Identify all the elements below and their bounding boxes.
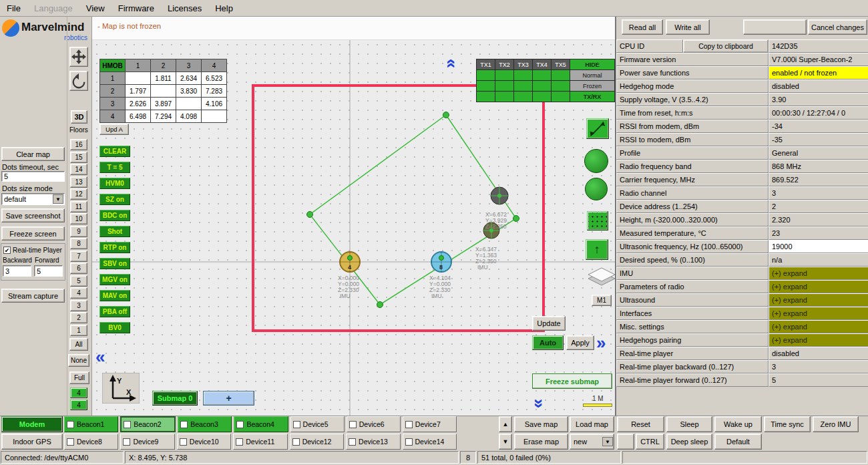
device-checkbox[interactable] <box>180 421 188 428</box>
floor-green-button-b[interactable]: 4 <box>70 400 87 410</box>
floor-green-button-a[interactable]: 4 <box>70 388 87 398</box>
menu-item[interactable]: Firmware <box>118 3 154 13</box>
floor-number-button[interactable]: 11 <box>70 201 87 212</box>
device-button[interactable]: Device9 <box>120 434 174 450</box>
parameter-row[interactable]: Interfaces (+) expand <box>616 307 868 320</box>
submap-selection-rect[interactable] <box>253 86 544 331</box>
floor-number-button[interactable]: 15 <box>70 152 87 163</box>
menu-item[interactable]: Licenses <box>168 3 202 13</box>
parameter-row[interactable]: Carrier frequency, MHz 869.522 <box>616 173 868 186</box>
parameter-value[interactable]: disabled <box>769 347 868 360</box>
erase-map-button[interactable]: Erase map <box>514 434 568 450</box>
zero-imu-button[interactable]: Zero IMU <box>813 416 859 432</box>
parameter-value[interactable]: (+) expand <box>769 333 868 347</box>
floor-number-button[interactable]: 14 <box>70 164 87 175</box>
dropdown-arrow-icon[interactable]: ▼ <box>53 194 63 204</box>
parameter-value[interactable]: 868 MHz <box>769 160 868 173</box>
chevron-left-icon[interactable]: « <box>95 348 105 365</box>
parameter-value[interactable]: 5 <box>769 373 868 387</box>
device-button[interactable]: Device8 <box>64 434 118 450</box>
stream-capture-button[interactable]: Stream capture <box>1 289 65 303</box>
device-checkbox[interactable] <box>292 438 300 446</box>
tx-cell[interactable] <box>477 70 495 80</box>
read-all-button[interactable]: Read all <box>622 19 663 35</box>
rotate-tool-button[interactable] <box>69 71 88 91</box>
device-button[interactable]: Device13 <box>346 434 400 450</box>
device-checkbox[interactable] <box>123 438 130 446</box>
floor-number-button[interactable]: 1 <box>70 325 87 336</box>
device-checkbox[interactable] <box>236 438 243 446</box>
dots-timeout-input[interactable] <box>1 171 65 182</box>
parameter-value[interactable]: (+) expand <box>769 267 868 280</box>
tx-cell[interactable] <box>533 81 551 91</box>
m1-button[interactable]: M1 <box>592 295 612 306</box>
device-checkbox[interactable] <box>349 421 357 428</box>
3d-view-button[interactable]: 3D <box>71 110 87 124</box>
parameter-value[interactable]: 00:00:30 / 12:27:04 / 0 <box>769 106 868 120</box>
tx-header[interactable]: TX1 <box>477 59 495 69</box>
parameter-row[interactable]: Ultrasonic frequency, Hz (100..65000) 19… <box>616 240 868 253</box>
tx-cell[interactable] <box>552 81 570 91</box>
device-button[interactable]: Beacon3 <box>178 416 232 432</box>
submap-0-button[interactable]: Submap 0 <box>152 391 198 406</box>
parameter-value[interactable]: -35 <box>769 133 868 146</box>
parameter-value[interactable]: n/a <box>769 253 868 267</box>
map-area[interactable]: - Map is not frozen <box>91 17 616 416</box>
parameter-row[interactable]: Hedgehog mode disabled <box>616 80 868 93</box>
ctrl-button[interactable]: CTRL <box>636 434 664 450</box>
device-checkbox[interactable] <box>405 421 413 428</box>
menu-item[interactable]: File <box>7 3 21 13</box>
device-button[interactable]: Beacon2 <box>120 416 176 432</box>
pan-tool-button[interactable] <box>69 47 88 67</box>
floor-number-button[interactable]: 2 <box>70 312 87 323</box>
parameter-row[interactable]: Radio channel 3 <box>616 186 868 200</box>
map-command-button[interactable]: BDC on <box>99 210 130 221</box>
device-button[interactable]: Device5 <box>290 416 345 432</box>
tx-normal-button[interactable]: Normal <box>570 70 614 80</box>
parameter-row[interactable]: Firmware version V7.000i Super-Beacon-2 <box>616 53 868 66</box>
device-checkbox[interactable] <box>180 438 187 446</box>
parameter-value[interactable]: 23 <box>769 226 868 240</box>
floor-number-button[interactable]: 8 <box>70 238 87 249</box>
radio-circle-button-1[interactable] <box>584 149 608 173</box>
chevron-right-icon[interactable]: » <box>596 334 606 351</box>
floor-number-button[interactable]: 9 <box>70 226 87 237</box>
tx-cell[interactable] <box>514 70 532 80</box>
parameter-row[interactable]: Ultrasound (+) expand <box>616 293 868 307</box>
floors-full-button[interactable]: Full <box>69 371 89 384</box>
floor-number-button[interactable]: 5 <box>70 275 87 287</box>
device-button[interactable]: Device7 <box>403 416 457 432</box>
parameter-row[interactable]: RSSI to modem, dBm -35 <box>616 133 868 146</box>
parameter-value[interactable]: (+) expand <box>769 307 868 320</box>
floor-number-button[interactable]: 6 <box>70 263 87 274</box>
add-submap-button[interactable]: + <box>203 391 254 406</box>
tx-cell[interactable] <box>514 92 532 102</box>
save-screenshot-button[interactable]: Save screenshot <box>1 208 65 222</box>
realtime-player-checkbox[interactable]: ✔ <box>3 247 11 254</box>
up-arrow-button[interactable]: ↑ <box>586 239 608 260</box>
menu-item[interactable]: Help <box>215 3 233 13</box>
device-button[interactable]: Device14 <box>403 434 457 450</box>
parameter-row[interactable]: Measured temperature, °C 23 <box>616 226 868 240</box>
map-command-button[interactable]: SZ on <box>99 194 130 205</box>
deep-sleep-button[interactable]: Deep sleep <box>666 434 712 450</box>
floors-none-button[interactable]: None <box>68 354 89 367</box>
tx-cell[interactable] <box>477 92 495 102</box>
blank-button[interactable] <box>743 19 807 35</box>
device-checkbox[interactable] <box>349 438 356 446</box>
update-button[interactable]: Update <box>532 316 566 331</box>
freeze-submap-button[interactable]: Freeze submap <box>532 373 612 389</box>
parameter-value[interactable]: -34 <box>769 120 868 133</box>
parameter-row[interactable]: Device address (1..254) 2 <box>616 200 868 213</box>
floor-number-button[interactable]: 16 <box>70 139 87 150</box>
layers-icon[interactable] <box>588 265 616 293</box>
tx-cell[interactable] <box>477 81 495 91</box>
floor-number-button[interactable]: 3 <box>70 300 87 311</box>
parameter-value[interactable]: 869.522 <box>769 173 868 186</box>
sleep-button[interactable]: Sleep <box>666 416 712 432</box>
parameter-row[interactable]: Real-time player backward (0..127) 3 <box>616 360 868 373</box>
parameter-row[interactable]: Real-time player forward (0..127) 5 <box>616 373 868 387</box>
parameter-row[interactable]: IMU (+) expand <box>616 267 868 280</box>
device-scroll-up-button[interactable]: ▲ <box>499 416 512 432</box>
map-command-button[interactable]: SBV on <box>99 258 130 269</box>
